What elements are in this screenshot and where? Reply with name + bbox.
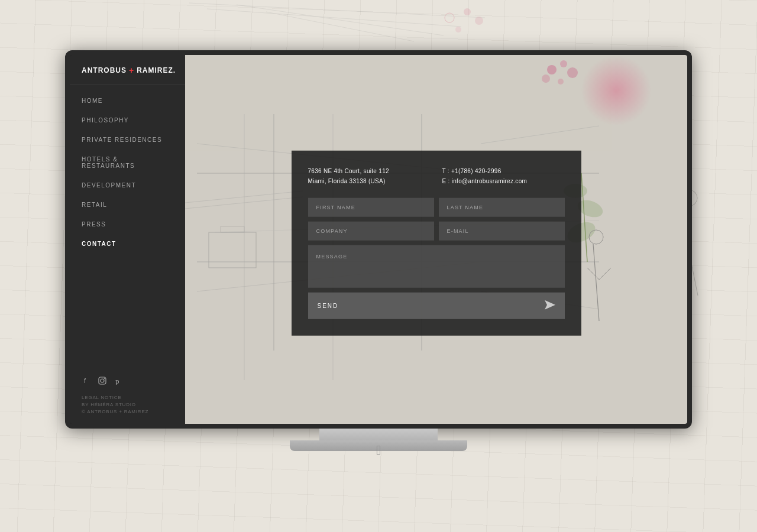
facebook-icon[interactable]: f (82, 377, 90, 387)
logo-text-part2: RAMIREZ. (137, 66, 176, 74)
svg-line-0 (189, 3, 485, 18)
svg-marker-47 (545, 300, 555, 310)
social-icons: f p (82, 377, 173, 387)
nav-item-private-residences[interactable]: PRIVATE RESIDENCES (70, 130, 185, 150)
address-left: 7636 NE 4th Court, suite 112 Miami, Flor… (308, 166, 431, 186)
message-textarea[interactable] (308, 245, 565, 288)
send-icon (545, 300, 555, 312)
last-name-input[interactable] (439, 198, 565, 217)
main-content: 7636 NE 4th Court, suite 112 Miami, Flor… (185, 55, 687, 424)
instagram-icon[interactable] (98, 377, 106, 387)
svg-point-36 (567, 67, 578, 78)
screen-content: ANTROBUS + RAMIREZ. HOME PHILOSOPHY PRIV… (70, 55, 687, 424)
svg-point-5 (464, 8, 471, 15)
send-button-label: SEND (318, 303, 339, 309)
svg-line-43 (593, 244, 599, 321)
email-label: E : (442, 178, 450, 184)
nav-item-development[interactable]: DEVELOPMENT (70, 176, 185, 195)
company-input[interactable] (308, 222, 434, 241)
svg-text:f: f (84, 377, 86, 384)
send-button[interactable]: SEND (308, 293, 565, 319)
svg-point-4 (445, 13, 454, 22)
imac-screen: ANTROBUS + RAMIREZ. HOME PHILOSOPHY PRIV… (65, 50, 692, 429)
svg-point-44 (589, 230, 603, 244)
pinterest-icon[interactable]: p (115, 377, 123, 387)
svg-rect-15 (99, 377, 106, 384)
footer-links: LEGAL NOTICE BY HÉMÉRA STUDIO © ANTROBUS… (82, 395, 173, 414)
contact-address: 7636 NE 4th Court, suite 112 Miami, Flor… (308, 166, 565, 186)
form-row-name (308, 198, 565, 217)
nav-item-philosophy[interactable]: PHILOSOPHY (70, 111, 185, 130)
svg-point-37 (558, 79, 564, 85)
svg-point-35 (560, 60, 567, 67)
contact-form-overlay: 7636 NE 4th Court, suite 112 Miami, Flor… (292, 151, 581, 336)
email-input[interactable] (439, 222, 565, 241)
nav-item-home[interactable]: HOME (70, 91, 185, 111)
logo: ANTROBUS + RAMIREZ. (70, 55, 185, 85)
phone-label: T : (442, 168, 449, 174)
svg-line-2 (237, 5, 444, 35)
legal-notice[interactable]: LEGAL NOTICE (82, 395, 173, 400)
svg-line-45 (587, 268, 599, 280)
email-address: info@antrobusramirez.com (452, 178, 527, 184)
copyright: © ANTROBUS + RAMIREZ (82, 409, 173, 414)
address-right: T : +1(786) 420-2996 E : info@antrobusra… (442, 166, 565, 186)
by-credit: BY HÉMÉRA STUDIO (82, 402, 173, 407)
svg-text:p: p (115, 377, 119, 385)
logo-text-part1: ANTROBUS (82, 66, 127, 74)
sidebar: ANTROBUS + RAMIREZ. HOME PHILOSOPHY PRIV… (70, 55, 185, 424)
phone-number: +1(786) 420-2996 (451, 168, 502, 174)
sidebar-footer: f p (70, 367, 185, 424)
nav-item-retail[interactable]: RETAIL (70, 195, 185, 215)
nav-item-contact[interactable]: CONTACT (70, 234, 185, 254)
logo-plus: + (129, 66, 134, 75)
svg-line-3 (266, 12, 414, 41)
svg-line-32 (481, 126, 599, 144)
address-line1: 7636 NE 4th Court, suite 112 (308, 166, 431, 176)
navigation: HOME PHILOSOPHY PRIVATE RESIDENCES HOTEL… (70, 85, 185, 367)
svg-point-38 (542, 74, 550, 83)
svg-line-46 (599, 268, 611, 280)
svg-point-17 (104, 378, 105, 379)
svg-rect-28 (209, 232, 256, 268)
address-line2: Miami, Florida 33138 (USA) (308, 176, 431, 186)
svg-line-1 (207, 9, 461, 27)
form-row-company (308, 222, 565, 241)
apple-logo:  (376, 443, 381, 458)
svg-point-6 (475, 17, 483, 25)
email-info: E : info@antrobusramirez.com (442, 176, 565, 186)
first-name-input[interactable] (308, 198, 434, 217)
imac-frame: ANTROBUS + RAMIREZ. HOME PHILOSOPHY PRIV… (65, 50, 692, 452)
svg-point-34 (547, 65, 557, 74)
svg-point-16 (101, 379, 104, 382)
svg-point-7 (455, 27, 461, 33)
nav-item-press[interactable]: PRESS (70, 215, 185, 234)
phone-info: T : +1(786) 420-2996 (442, 166, 565, 176)
nav-item-hotels-restaurants[interactable]: HOTELS & RESTAURANTS (70, 150, 185, 176)
